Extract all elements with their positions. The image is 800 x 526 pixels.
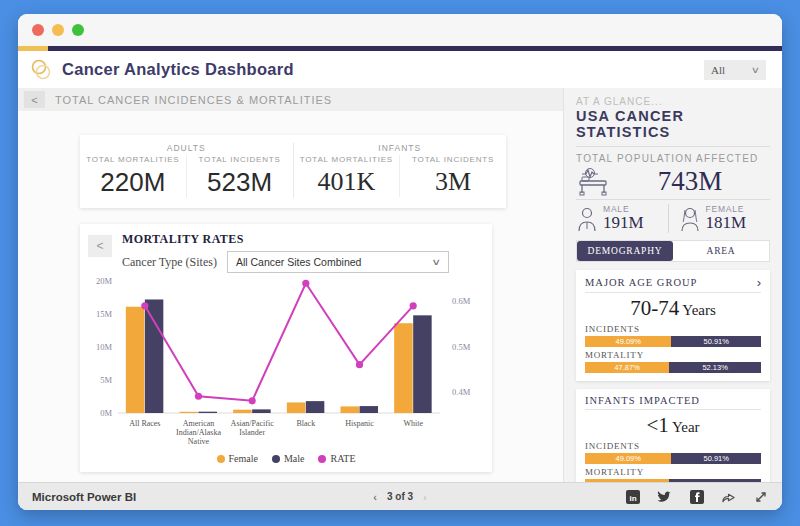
- fullscreen-icon[interactable]: [753, 489, 768, 504]
- browser-frame: Cancer Analytics Dashboard All ∨ < TOTAL…: [0, 0, 800, 526]
- svg-text:Islander: Islander: [239, 428, 265, 437]
- divider: [576, 146, 770, 147]
- major-age-group-card: MAJOR AGE GROUP › 70-74 Years INCIDENTS …: [576, 270, 770, 381]
- mortality-female-segment: 47.87%: [585, 362, 669, 373]
- svg-text:20M: 20M: [96, 276, 113, 286]
- incidents-male-segment: 50.91%: [671, 336, 761, 347]
- incidents-male-segment: 50.91%: [671, 453, 761, 464]
- prev-page-button[interactable]: ‹: [373, 491, 377, 503]
- svg-text:All Races: All Races: [129, 419, 160, 428]
- dashboard-logo-icon: [28, 57, 54, 83]
- age-group-value: 70-74: [630, 296, 679, 320]
- powerbi-footer: Microsoft Power BI ‹ 3 of 3 › in: [18, 482, 782, 510]
- global-filter-value: All: [711, 64, 725, 76]
- zoom-window-button[interactable]: [72, 24, 84, 36]
- twitter-icon[interactable]: [657, 489, 672, 504]
- sidebar-tabs: DEMOGRAPHY AREA: [576, 240, 770, 262]
- svg-text:15M: 15M: [96, 309, 113, 319]
- female-stat: FEMALE 181M: [668, 204, 771, 233]
- facebook-icon[interactable]: [689, 489, 704, 504]
- infants-card-title: INFANTS IMPACTED: [585, 395, 700, 406]
- mortality-rates-card: < MORTALITY RATES Cancer Type (Sites) Al…: [80, 224, 492, 472]
- chevron-right-icon[interactable]: ›: [757, 276, 761, 289]
- linkedin-icon[interactable]: in: [625, 489, 640, 504]
- chart-legend-male[interactable]: Male: [272, 453, 305, 464]
- chart-back-button[interactable]: <: [88, 235, 112, 257]
- chart-filter-label: Cancer Type (Sites): [122, 255, 217, 270]
- female-value: 181M: [706, 213, 747, 233]
- kpi-metric-label: TOTAL MORTALITIES: [80, 155, 186, 164]
- report-subheader: < TOTAL CANCER INCIDENCES & MORTALITIES: [18, 88, 563, 111]
- chart-legend: FemaleMaleRATE: [82, 453, 490, 468]
- share-icon[interactable]: [721, 489, 736, 504]
- svg-text:Indian/Alaska: Indian/Alaska: [176, 428, 221, 437]
- svg-text:Hispanic: Hispanic: [345, 419, 374, 428]
- cancer-type-value: All Cancer Sites Combined: [236, 256, 361, 268]
- chevron-down-icon: ∨: [432, 257, 442, 267]
- svg-text:5M: 5M: [100, 375, 112, 385]
- kpi-adults-incidents: TOTAL INCIDENTS 523M: [186, 155, 293, 198]
- global-filter-dropdown[interactable]: All ∨: [704, 60, 766, 80]
- chart-legend-rate[interactable]: RATE: [318, 453, 355, 464]
- incidents-label: INCIDENTS: [585, 441, 761, 451]
- next-page-button[interactable]: ›: [423, 491, 427, 503]
- male-stat: MALE 191M: [576, 204, 668, 233]
- legend-label: Female: [229, 453, 258, 464]
- incidents-female-segment: 49.09%: [585, 453, 671, 464]
- svg-text:10M: 10M: [96, 342, 113, 352]
- svg-text:White: White: [403, 419, 423, 428]
- close-window-button[interactable]: [32, 24, 44, 36]
- chart-title: MORTALITY RATES: [122, 232, 449, 247]
- svg-text:American: American: [183, 419, 215, 428]
- male-value: 191M: [603, 213, 644, 233]
- app-header: Cancer Analytics Dashboard All ∨: [18, 51, 782, 88]
- app-window: Cancer Analytics Dashboard All ∨ < TOTAL…: [18, 14, 782, 510]
- page-navigator: ‹ 3 of 3 ›: [373, 491, 426, 503]
- infants-incidents-bar: 49.09% 50.91%: [585, 453, 761, 464]
- svg-text:0.5M: 0.5M: [452, 342, 471, 352]
- mortality-label: MORTALITY: [585, 350, 761, 360]
- window-titlebar: [18, 14, 782, 46]
- kpi-group-label: ADULTS: [80, 143, 293, 153]
- age-incidents-bar: 49.09% 50.91%: [585, 336, 761, 347]
- cancer-type-dropdown[interactable]: All Cancer Sites Combined ∨: [227, 251, 449, 273]
- chevron-down-icon: ∨: [751, 65, 760, 75]
- population-value: 743M: [610, 166, 770, 197]
- svg-text:0.4M: 0.4M: [452, 387, 471, 397]
- svg-text:Black: Black: [296, 419, 315, 428]
- back-button[interactable]: <: [24, 91, 45, 108]
- kpi-metric-value: 220M: [80, 167, 186, 198]
- page-indicator: 3 of 3: [387, 491, 413, 502]
- legend-label: Male: [284, 453, 305, 464]
- kpi-group-infants: INFANTS TOTAL MORTALITIES 401K TOTAL INC…: [293, 143, 507, 198]
- svg-text:in: in: [629, 493, 636, 502]
- minimize-window-button[interactable]: [52, 24, 64, 36]
- svg-text:0M: 0M: [100, 408, 112, 418]
- age-group-suffix: Years: [679, 302, 716, 318]
- kpi-metric-label: TOTAL MORTALITIES: [294, 155, 400, 164]
- legend-dot: [272, 455, 280, 463]
- report-title: TOTAL CANCER INCIDENCES & MORTALITIES: [55, 94, 332, 106]
- kpi-summary-card: ADULTS TOTAL MORTALITIES 220M TOTAL INCI…: [80, 135, 506, 208]
- page-title: Cancer Analytics Dashboard: [62, 60, 294, 79]
- male-icon: [576, 206, 598, 232]
- mortality-rates-chart[interactable]: 0M5M10M15M20M0.4M0.5M0.6MAll RacesAmeric…: [82, 273, 490, 451]
- kpi-adults-mortalities: TOTAL MORTALITIES 220M: [80, 155, 186, 198]
- kpi-group-adults: ADULTS TOTAL MORTALITIES 220M TOTAL INCI…: [80, 143, 293, 198]
- main-body: ADULTS TOTAL MORTALITIES 220M TOTAL INCI…: [18, 111, 563, 482]
- mortality-label: MORTALITY: [585, 467, 761, 477]
- kpi-infants-incidents: TOTAL INCIDENTS 3M: [399, 155, 506, 197]
- tab-demography[interactable]: DEMOGRAPHY: [577, 241, 673, 261]
- kpi-infants-mortalities: TOTAL MORTALITIES 401K: [294, 155, 400, 197]
- svg-text:0.6M: 0.6M: [452, 296, 471, 306]
- chart-legend-female[interactable]: Female: [217, 453, 258, 464]
- age-card-title: MAJOR AGE GROUP: [585, 277, 697, 288]
- kpi-metric-value: 3M: [400, 167, 506, 197]
- mortality-male-segment: 52.13%: [669, 362, 761, 373]
- kpi-metric-label: TOTAL INCIDENTS: [400, 155, 506, 164]
- legend-dot: [217, 455, 225, 463]
- svg-text:Asian/Pacific: Asian/Pacific: [231, 419, 275, 428]
- hospital-bed-icon: [576, 167, 610, 197]
- tab-area[interactable]: AREA: [673, 241, 769, 261]
- age-mortality-bar: 47.87% 52.13%: [585, 362, 761, 373]
